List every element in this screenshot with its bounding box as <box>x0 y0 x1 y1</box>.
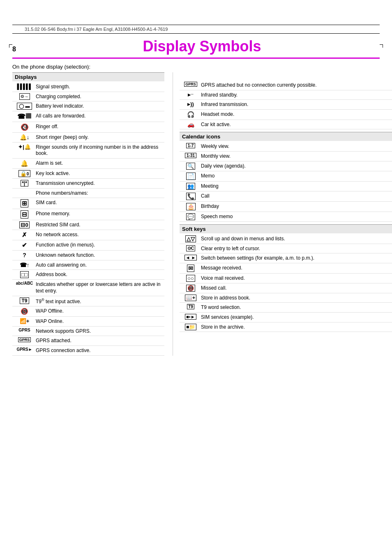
list-item: ◯ ▬ Battery level indicator. <box>12 101 164 111</box>
list-item: 📶+ WAP Online. <box>12 317 164 327</box>
list-item: 1-31 Monthly view. <box>180 152 392 161</box>
symbol-cell: 🔔 <box>13 160 36 167</box>
list-item: T9 T9 word selection. <box>180 303 392 313</box>
right-desc: Meeting <box>201 183 392 190</box>
right-desc: Speech memo <box>201 213 392 220</box>
list-item: ■▪► SIM services (example). <box>180 313 392 322</box>
list-item: abc/ABC Indicates whether upper or lower… <box>12 280 164 296</box>
list-item: ○○ Voice mail received. <box>180 274 392 283</box>
symbol-desc: Unknown network function. <box>36 252 164 259</box>
symbol-desc: No network access. <box>36 231 164 238</box>
list-item: 🔍 Daily view (agenda). <box>180 161 392 171</box>
list-item: ⊞ SIM card. <box>12 198 164 209</box>
symbol-cell: T9 <box>13 297 36 304</box>
right-symbol: ○○ <box>180 275 201 282</box>
symbol-cell: ⊙→ <box>13 93 36 100</box>
list-item: ☎⬛ All calls are forwarded. <box>12 111 164 122</box>
right-desc: Clear entry to left of cursor. <box>201 245 392 252</box>
list-item: 📄 Memo <box>180 171 392 182</box>
symbol-desc: T9® text input active. <box>36 297 164 305</box>
list-item: ▸)) Infrared transmission. <box>180 100 392 110</box>
right-desc: Call <box>201 193 392 200</box>
list-item: ✗ No network access. <box>12 230 164 240</box>
symbol-cell: ⊟0 <box>13 221 36 228</box>
right-desc: Headset mode. <box>201 111 392 118</box>
right-symbol: 🚗 <box>180 121 201 128</box>
left-column: Displays ▌▌▌▌▌ Signal strength. ⊙→ Charg… <box>12 72 164 356</box>
corner-tr <box>380 44 383 48</box>
right-desc: Missed call. <box>201 285 392 292</box>
symbol-desc: Network supports GPRS. <box>36 328 164 335</box>
list-item: ⊙→ Charging completed. <box>12 92 164 102</box>
symbol-desc: Ringer off. <box>36 123 164 130</box>
symbol-cell: ▌▌▌▌▌ <box>13 83 36 90</box>
symbol-cell: 🔇 <box>13 123 36 131</box>
symbol-desc: All calls are forwarded. <box>36 113 164 120</box>
right-desc: Message received. <box>201 265 392 272</box>
symbol-desc: Phone numbers/names: <box>36 190 164 197</box>
right-symbol: 📖+ <box>180 295 201 301</box>
symbol-cell: ☎⬛ <box>13 113 36 120</box>
list-item: GPRS GPRS attached. <box>12 336 164 346</box>
list-item: ⊟ Phone memory. <box>12 209 164 220</box>
symbol-cell: ✗ <box>13 231 36 239</box>
right-symbol: ▸... <box>180 92 201 98</box>
right-desc: Store in the archive. <box>201 324 392 331</box>
list-item: GPRS Network supports GPRS. <box>12 327 164 336</box>
list-item: ☎↑ Auto call answering on. <box>12 260 164 270</box>
right-desc: Infrared transmission. <box>201 101 392 108</box>
list-item: ✦|🔔 Ringer sounds only if incoming numbe… <box>12 143 164 159</box>
symbol-desc: Auto call answering on. <box>36 262 164 269</box>
symbol-cell: 📵 <box>13 308 36 315</box>
right-symbol: 1-31 <box>180 153 201 158</box>
right-desc: GPRS attached but no connection currentl… <box>201 82 392 89</box>
symbol-cell: 🔔↓ <box>13 134 36 140</box>
list-item: 1-7 Weekly view. <box>180 142 392 152</box>
symbol-cell: 🔒0 <box>13 170 36 177</box>
list-item: 🎂 Birthday <box>180 202 392 212</box>
symbol-cell: *|* <box>13 180 36 187</box>
symbol-desc: Battery level indicator. <box>36 103 164 110</box>
right-desc: Car kit active. <box>201 121 392 128</box>
corner-tl <box>9 44 12 48</box>
displays-section-header: Displays <box>12 72 164 81</box>
list-item: ? Unknown network function. <box>12 251 164 260</box>
list-item: ▌▌▌▌▌ Signal strength. <box>12 82 164 92</box>
right-desc: Weekly view. <box>201 143 392 150</box>
list-item: □□ Address book. <box>12 270 164 280</box>
right-symbol: GPRS <box>180 82 201 87</box>
symbol-desc: Alarm is set. <box>36 160 164 167</box>
symbol-cell: ✔ <box>13 242 36 249</box>
symbol-desc: Function active (in menus). <box>36 242 164 249</box>
right-symbol: 1-7 <box>180 143 201 148</box>
right-symbol: 📄 <box>180 173 201 180</box>
right-symbol: △▽ <box>180 235 201 242</box>
symbol-cell: 📶+ <box>13 318 36 324</box>
symbol-desc: SIM card. <box>36 199 164 206</box>
symbol-cell: ? <box>13 252 36 258</box>
right-desc: Voice mail received. <box>201 275 392 282</box>
list-item: ◄ ► Switch between settings (for example… <box>180 253 392 263</box>
symbol-desc: GPRS attached. <box>36 337 164 344</box>
right-symbol: ◄ ► <box>180 255 201 260</box>
right-desc: Memo <box>201 173 392 180</box>
symbol-cell: ◯ ▬ <box>13 103 36 110</box>
list-item: 🚗 Car kit active. <box>180 120 392 130</box>
right-column: GPRS GPRS attached but no connection cur… <box>173 72 392 356</box>
symbol-desc: Phone memory. <box>36 210 164 217</box>
list-item: Phone numbers/names: <box>12 189 164 198</box>
symbol-cell: GPRS► <box>13 347 36 352</box>
symbol-cell: abc/ABC <box>13 281 36 286</box>
list-item: ⊟0 Restricted SIM card. <box>12 220 164 230</box>
right-desc: Birthday <box>201 203 392 210</box>
right-symbol: ■▪► <box>180 314 201 320</box>
list-item: 🔇 Ringer off. <box>12 122 164 133</box>
symbol-desc: Key lock active. <box>36 170 164 177</box>
symbol-cell: □□ <box>13 271 36 278</box>
list-item: ✔ Function active (in menus). <box>12 240 164 251</box>
right-symbol: T9 <box>180 304 201 309</box>
right-symbol: 📞 <box>180 193 201 200</box>
list-item: ▸... Infrared standby. <box>180 90 392 100</box>
right-desc: Daily view (agenda). <box>201 163 392 170</box>
symbol-desc: Restricted SIM card. <box>36 221 164 228</box>
